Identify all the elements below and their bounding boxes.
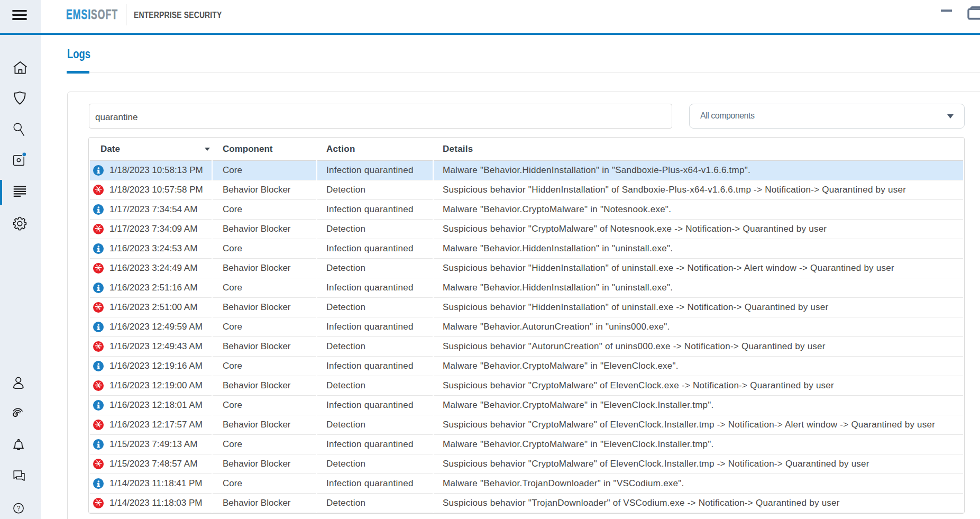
svg-text:?: ? xyxy=(17,505,21,512)
